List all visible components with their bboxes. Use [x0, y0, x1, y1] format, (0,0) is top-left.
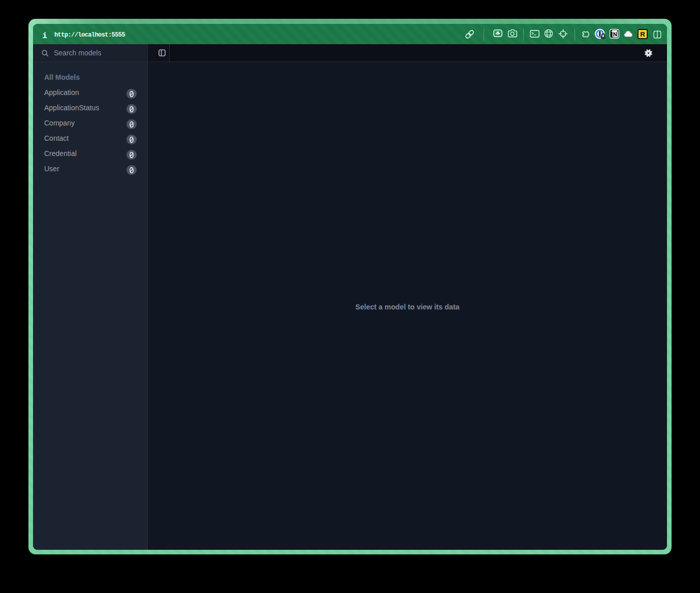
svg-text:R: R [640, 30, 645, 38]
